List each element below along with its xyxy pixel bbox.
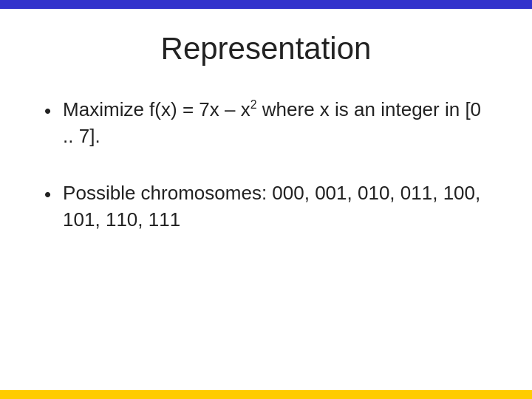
bullet-item-2: • Possible chromosomes: 000, 001, 010, 0… <box>44 180 488 233</box>
bullet-item-1: • Maximize f(x) = 7x – x2 where x is an … <box>44 96 488 150</box>
slide-content: Representation • Maximize f(x) = 7x – x2… <box>0 9 532 390</box>
bullet-list: • Maximize f(x) = 7x – x2 where x is an … <box>44 96 488 263</box>
slide-title: Representation <box>44 31 488 66</box>
bullet-dot-2: • <box>44 181 51 208</box>
bullet-dot-1: • <box>44 98 51 124</box>
bullet-text-1: Maximize f(x) = 7x – x2 where x is an in… <box>63 96 488 150</box>
bullet-text-2: Possible chromosomes: 000, 001, 010, 011… <box>63 180 488 233</box>
top-decorative-bar <box>0 0 532 9</box>
bottom-decorative-bar <box>0 390 532 399</box>
